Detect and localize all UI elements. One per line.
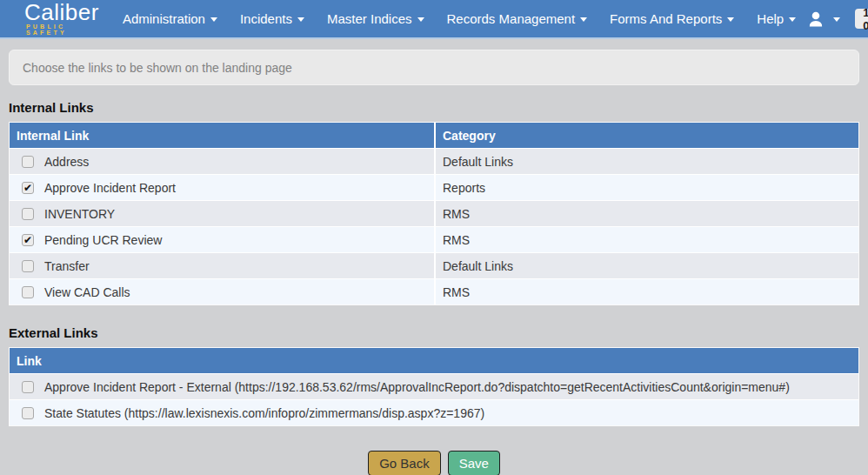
nav-item-administration[interactable]: Administration [123, 11, 217, 26]
chevron-down-icon [727, 17, 734, 22]
row-checkbox[interactable] [22, 286, 34, 298]
nav-item-master-indices[interactable]: Master Indices [327, 11, 424, 26]
action-button-bar: Go Back Save [0, 451, 868, 475]
nav-item-label: Incidents [240, 11, 292, 26]
internal-links-heading: Internal Links [9, 100, 859, 115]
chevron-down-icon [580, 17, 587, 22]
logo-title: Caliber [24, 2, 99, 23]
internal-link-label: View CAD Calls [44, 285, 130, 299]
category-value: Reports [436, 181, 858, 195]
chevron-down-icon [417, 17, 424, 22]
nav-item-records-management[interactable]: Records Management [447, 11, 588, 26]
navbar-right-cluster: 113 / 0 ⚙ [807, 9, 868, 29]
external-link-label: Approve Incident Report - External (http… [44, 380, 790, 394]
row-checkbox[interactable]: ✔ [22, 182, 34, 194]
category-value: Default Links [436, 259, 858, 273]
save-button[interactable]: Save [448, 451, 500, 475]
logo-subtitle: PUBLIC SAFETY [26, 23, 99, 36]
table-row: ✔ Pending UCR Review RMS [10, 226, 858, 252]
internal-link-label: Address [44, 155, 89, 169]
internal-link-label: Approve Incident Report [44, 181, 176, 195]
internal-link-label: Transfer [44, 259, 90, 273]
nav-item-label: Forms And Reports [610, 11, 722, 26]
caliber-logo[interactable]: Caliber PUBLIC SAFETY [24, 2, 99, 36]
nav-item-label: Administration [123, 11, 205, 26]
external-link-label: State Statutes (https://law.lexisnexis.c… [44, 406, 484, 420]
chevron-down-icon [789, 17, 796, 22]
column-header-internal-link: Internal Link [10, 123, 436, 148]
table-row: ✔ Approve Incident Report Reports [10, 174, 858, 200]
chevron-down-icon [210, 17, 217, 22]
table-row: Approve Incident Report - External (http… [10, 373, 858, 399]
row-checkbox[interactable] [22, 156, 34, 168]
nav-item-label: Records Management [447, 11, 576, 26]
category-value: RMS [436, 207, 858, 221]
table-row: INVENTORY RMS [10, 200, 858, 226]
category-value: RMS [436, 285, 858, 299]
external-links-heading: External Links [9, 325, 859, 340]
info-message-bar: Choose the links to be shown on the land… [9, 50, 859, 85]
top-navbar: Caliber PUBLIC SAFETY Administration Inc… [0, 0, 868, 39]
internal-links-table: Internal Link Category Address Default L… [9, 122, 859, 305]
row-checkbox[interactable] [22, 407, 34, 419]
column-header-category: Category [436, 129, 858, 143]
internal-link-label: Pending UCR Review [44, 233, 162, 247]
row-checkbox[interactable]: ✔ [22, 234, 34, 246]
external-links-table: Link Approve Incident Report - External … [9, 347, 859, 426]
internal-links-table-body: Address Default Links ✔ Approve Incident… [10, 148, 858, 304]
info-message-text: Choose the links to be shown on the land… [23, 61, 292, 75]
nav-item-help[interactable]: Help [757, 11, 796, 26]
table-row: State Statutes (https://law.lexisnexis.c… [10, 399, 858, 425]
go-back-button[interactable]: Go Back [368, 451, 441, 475]
table-row: Transfer Default Links [10, 252, 858, 278]
nav-item-forms-and-reports[interactable]: Forms And Reports [610, 11, 734, 26]
table-row: View CAD Calls RMS [10, 278, 858, 304]
external-links-table-body: Approve Incident Report - External (http… [10, 373, 858, 425]
nav-item-incidents[interactable]: Incidents [240, 11, 304, 26]
column-header-link: Link [10, 348, 858, 373]
table-row: Address Default Links [10, 148, 858, 174]
row-checkbox[interactable] [22, 260, 34, 272]
row-checkbox[interactable] [22, 381, 34, 393]
nav-item-label: Master Indices [327, 11, 412, 26]
nav-menu: Administration Incidents Master Indices … [111, 11, 807, 26]
row-checkbox[interactable] [22, 208, 34, 220]
nav-item-label: Help [757, 11, 784, 26]
external-links-table-header: Link [10, 348, 858, 373]
internal-links-table-header: Internal Link Category [10, 123, 858, 148]
category-value: RMS [436, 233, 858, 247]
chevron-down-icon [297, 17, 304, 22]
category-value: Default Links [436, 155, 858, 169]
internal-link-label: INVENTORY [44, 207, 115, 221]
user-menu[interactable] [807, 10, 840, 28]
person-icon [807, 10, 825, 28]
chevron-down-icon [833, 17, 840, 22]
notification-counter-badge[interactable]: 113 / 0 [855, 9, 868, 29]
